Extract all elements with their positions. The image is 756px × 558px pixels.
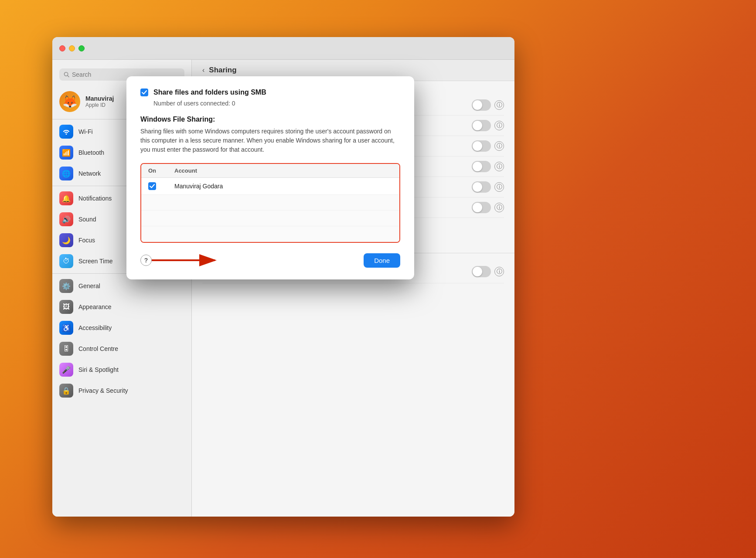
sidebar-label-focus: Focus (78, 237, 95, 244)
footer-right: Done (152, 252, 400, 269)
windows-sharing-desc: Sharing files with some Windows computer… (140, 127, 400, 154)
siri-icon: 🎤 (59, 363, 73, 377)
controlcentre-icon: 🎛 (59, 342, 73, 356)
sidebar-item-accessibility[interactable]: ♿ Accessibility (52, 317, 191, 338)
sidebar-item-controlcentre[interactable]: 🎛 Control Centre (52, 338, 191, 359)
sidebar-item-privacy[interactable]: 🔒 Privacy & Security (52, 380, 191, 401)
info6[interactable]: ⓘ (494, 203, 504, 212)
smb-checkbox[interactable] (140, 88, 148, 96)
col-on-header: On (148, 167, 174, 174)
toggle6[interactable] (472, 202, 491, 213)
traffic-lights (59, 45, 85, 51)
network-icon: 🌐 (59, 167, 73, 180)
avatar-emoji: 🦊 (62, 95, 78, 109)
table-row-empty-3 (141, 226, 399, 242)
info5[interactable]: ⓘ (494, 182, 504, 192)
focus-icon: 🌙 (59, 233, 73, 247)
sidebar-label-controlcentre: Control Centre (78, 345, 118, 352)
screentime-icon: ⏱ (59, 254, 73, 268)
users-table: On Account Manuviraj Godara (140, 163, 400, 243)
sidebar-label-bluetooth: Bluetooth (78, 149, 104, 156)
done-button[interactable]: Done (364, 253, 400, 268)
modal-footer: ? Done (140, 252, 400, 269)
table-row-empty-2 (141, 211, 399, 226)
sidebar-label-network: Network (78, 170, 101, 177)
info4[interactable]: ⓘ (494, 162, 504, 171)
general-icon: ⚙️ (59, 279, 73, 293)
smb-modal: Share files and folders using SMB Number… (126, 76, 414, 279)
toggle-knob (473, 100, 482, 110)
sidebar-label-accessibility: Accessibility (78, 324, 112, 331)
avatar: 🦊 (59, 91, 80, 112)
sidebar-label-screentime: Screen Time (78, 258, 113, 265)
user-subtitle: Apple ID (85, 102, 114, 108)
table-header: On Account (141, 164, 399, 178)
info3[interactable]: ⓘ (494, 141, 504, 151)
user-name: Manuviraj (85, 95, 114, 102)
accessibility-icon: ♿ (59, 321, 73, 335)
svg-line-1 (68, 75, 69, 77)
col-account-header: Account (174, 167, 392, 174)
media-sharing-toggle[interactable] (472, 266, 491, 277)
sidebar-item-appearance[interactable]: 🖼 Appearance (52, 296, 191, 317)
toggle4[interactable] (472, 161, 491, 172)
toggle2[interactable] (472, 120, 491, 131)
sidebar-label-wifi: Wi-Fi (78, 128, 93, 135)
help-button[interactable]: ? (140, 255, 152, 266)
connected-count: Number of users connected: 0 (153, 100, 400, 107)
sound-icon: 🔊 (59, 212, 73, 226)
table-row-empty-1 (141, 195, 399, 211)
notifications-icon: 🔔 (59, 191, 73, 205)
window-titlebar (52, 37, 514, 60)
wifi-icon (59, 125, 73, 139)
traffic-light-green[interactable] (78, 45, 85, 51)
table-row: Manuviraj Godara (141, 178, 399, 195)
media-toggle-knob (473, 267, 482, 276)
appearance-icon: 🖼 (59, 300, 73, 314)
sidebar-label-privacy: Privacy & Security (78, 387, 128, 394)
sidebar-label-appearance: Appearance (78, 303, 112, 310)
sidebar-label-notifications: Notifications (78, 195, 112, 202)
screen-sharing-info-btn[interactable]: ⓘ (494, 100, 504, 110)
sidebar-label-general: General (78, 282, 100, 289)
smb-checkbox-row: Share files and folders using SMB (140, 88, 400, 96)
search-icon (64, 71, 69, 78)
row-account-name: Manuviraj Godara (174, 183, 223, 190)
media-sharing-controls: ⓘ (472, 266, 504, 277)
screen-sharing-controls: ⓘ (472, 99, 504, 111)
toggle5[interactable] (472, 181, 491, 193)
media-sharing-info-btn[interactable]: ⓘ (494, 267, 504, 276)
arrow-annotation (152, 252, 221, 269)
user-info: Manuviraj Apple ID (85, 95, 114, 108)
smb-label: Share files and folders using SMB (153, 88, 266, 96)
info2[interactable]: ⓘ (494, 121, 504, 130)
sidebar-item-siri[interactable]: 🎤 Siri & Spotlight (52, 359, 191, 380)
toggle3[interactable] (472, 140, 491, 152)
privacy-icon: 🔒 (59, 384, 73, 398)
sidebar-label-siri: Siri & Spotlight (78, 366, 119, 373)
page-title: Sharing (209, 66, 236, 75)
bluetooth-icon: 📶 (59, 146, 73, 160)
windows-sharing-title: Windows File Sharing: (140, 116, 400, 123)
sidebar-label-sound: Sound (78, 216, 96, 223)
traffic-light-yellow[interactable] (69, 45, 75, 51)
traffic-light-red[interactable] (59, 45, 65, 51)
back-button[interactable]: ‹ (202, 66, 204, 74)
screen-sharing-toggle[interactable] (472, 99, 491, 111)
row-checkbox[interactable] (148, 182, 156, 190)
